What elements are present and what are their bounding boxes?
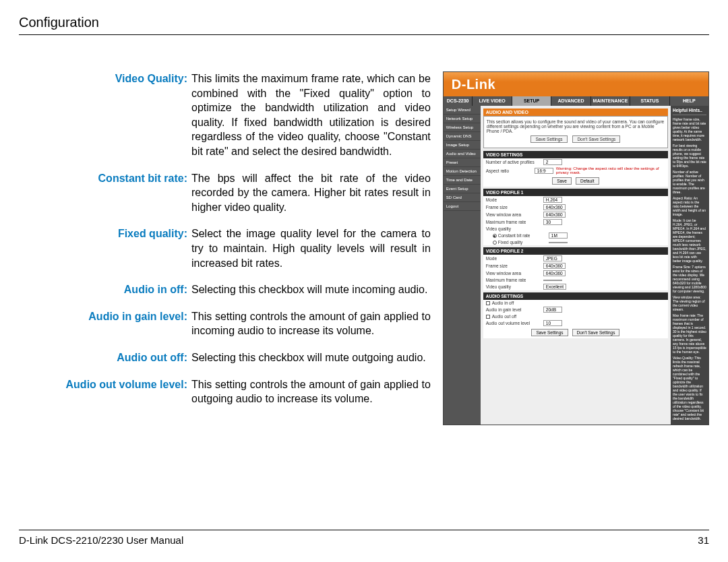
text-audio-out-off: Selecting this checkbox will mute outgoi… (191, 350, 426, 365)
text-video-quality: This limits the maximum frame rate, whic… (191, 71, 431, 159)
definition-list: Video Quality:This limits the maximum fr… (19, 71, 431, 425)
field-label: Audio out volume level (486, 321, 543, 325)
tab-advanced[interactable]: ADVANCED (551, 96, 590, 106)
radio-cbr[interactable] (493, 234, 497, 238)
tab-status[interactable]: STATUS (630, 96, 669, 106)
field-label: Audio out off (492, 314, 549, 319)
sidebar-item[interactable]: Wireless Setup (444, 123, 481, 132)
sidebar-item[interactable]: Dynamic DNS (444, 132, 481, 141)
field-label: Mode (486, 256, 543, 261)
save-button[interactable]: Save Settings (530, 135, 567, 143)
text-audio-in-off: Selecting this checkbox will mute incomi… (191, 282, 427, 297)
text-audio-out-volume: This setting controls the amount of gain… (191, 377, 431, 406)
tab-setup[interactable]: SETUP (512, 96, 551, 106)
default-button[interactable]: Default (576, 177, 599, 185)
field-label: Video quality (486, 284, 543, 289)
field-label: Frame size (486, 263, 543, 268)
section-title: AUDIO AND VIDEO (483, 108, 668, 116)
hint-text: View window area: The viewing region of … (673, 295, 706, 311)
sidebar: Setup Wizard Network Setup Wireless Setu… (444, 106, 481, 425)
checkbox-audio-out-off[interactable] (486, 315, 490, 319)
hint-text: Higher frame size, frame rate and bit ra… (673, 117, 706, 142)
select-framerate[interactable]: 30 (543, 219, 562, 225)
sidebar-item[interactable]: SD Card (444, 193, 481, 202)
field-label: Aspect ratio (486, 168, 535, 173)
save-button[interactable]: Save (552, 177, 572, 185)
field-label: Fixed quality (498, 240, 549, 245)
tab-help[interactable]: HELP (669, 96, 708, 106)
sidebar-item[interactable]: Time and Date (444, 176, 481, 185)
warning-text: Warning: Change the aspect ratio will cl… (553, 166, 665, 175)
hint-text: Number of active profiles: Number of pro… (673, 170, 706, 194)
checkbox-audio-in-off[interactable] (486, 301, 490, 305)
select-framesize[interactable]: 640x360 (543, 204, 566, 210)
model-label: DCS-2230 (444, 96, 473, 106)
sidebar-item[interactable]: Event Setup (444, 185, 481, 193)
sidebar-item[interactable]: Audio and Video (444, 150, 481, 158)
hint-text: Mode: It can be H.264, JPEG, or MPEG4. I… (673, 218, 706, 263)
text-constant-bit-rate: The bps will affect the bit rate of the … (191, 171, 431, 215)
field-label: Mode (486, 197, 543, 202)
tab-live-video[interactable]: LIVE VIDEO (472, 96, 511, 106)
hints-panel: Helpful Hints.. Higher frame size, frame… (671, 106, 708, 425)
save-button[interactable]: Save Settings (531, 329, 568, 336)
tab-bar: DCS-2230 LIVE VIDEO SETUP ADVANCED MAINT… (444, 96, 708, 106)
field-label: Audio in gain level (486, 307, 543, 312)
page-title: Configuration (19, 15, 709, 30)
label-audio-in-off: Audio in off: (19, 282, 191, 297)
select-framerate2[interactable] (543, 280, 562, 281)
tab-maintenance[interactable]: MAINTENANCE (590, 96, 630, 106)
label-fixed-quality: Fixed quality: (19, 226, 191, 270)
select-quality2[interactable]: Excellent (543, 284, 566, 290)
field-label: View window area (486, 212, 543, 217)
label-video-quality: Video Quality: (19, 71, 191, 159)
select-window[interactable]: 640x360 (543, 212, 566, 218)
sidebar-item[interactable]: Logout (444, 202, 481, 211)
field-label: Audio in off (492, 301, 549, 305)
audio-head: AUDIO SETTINGS (483, 292, 668, 300)
select-volume[interactable]: 10 (543, 320, 562, 326)
select-mode2[interactable]: JPEG (543, 255, 562, 261)
text-audio-in-gain: This setting controls the amount of gain… (191, 309, 431, 338)
section-desc: This section allows you to configure the… (483, 116, 668, 148)
divider (19, 34, 709, 35)
footer: D-Link DCS-2210/2230 User Manual 31 (19, 530, 709, 546)
select-mode[interactable]: H.264 (543, 197, 562, 203)
label-audio-out-volume: Audio out volume level: (19, 377, 191, 406)
label-audio-in-gain: Audio in gain level: (19, 309, 191, 338)
dont-save-button[interactable]: Don't Save Settings (572, 329, 620, 336)
field-label: View window area (486, 271, 543, 276)
text-fixed-quality: Select the image quality level for the c… (191, 226, 431, 270)
label-audio-out-off: Audio out off: (19, 350, 191, 365)
select-gain[interactable]: 20dB (543, 307, 562, 313)
field-label: Maximum frame rate (486, 278, 543, 282)
sidebar-item[interactable]: Setup Wizard (444, 106, 481, 115)
profile2-head: VIDEO PROFILE 2 (483, 247, 668, 255)
sidebar-item[interactable]: Preset (444, 158, 481, 167)
sidebar-item[interactable]: Image Setup (444, 141, 481, 150)
sidebar-item[interactable]: Network Setup (444, 115, 481, 123)
hint-text: Max frame rate: The maximum number of fr… (673, 313, 706, 354)
main-panel: AUDIO AND VIDEO This section allows you … (481, 106, 671, 425)
field-label: Frame size (486, 205, 543, 210)
footer-left: D-Link DCS-2210/2230 User Manual (19, 534, 183, 546)
select-fixed[interactable] (549, 242, 568, 243)
radio-fixed[interactable] (493, 241, 497, 245)
field-label: Video quality (486, 226, 543, 231)
select-framesize2[interactable]: 640x360 (543, 263, 566, 269)
dont-save-button[interactable]: Don't Save Settings (572, 135, 620, 143)
field-label: Constant bit rate (498, 233, 549, 238)
hint-text: For best viewing results on a mobile pho… (673, 144, 706, 168)
sidebar-item[interactable]: Motion Detection (444, 167, 481, 176)
hint-text: Frame Size: 7 options exist for the size… (673, 265, 706, 293)
select-window2[interactable]: 640x360 (543, 270, 566, 276)
label-constant-bit-rate: Constant bit rate: (19, 171, 191, 215)
select-profiles[interactable]: 2 (543, 159, 562, 165)
field-label: Number of active profiles (486, 160, 543, 164)
section-desc-text: This section allows you to configure the… (487, 119, 665, 133)
select-aspect[interactable]: 16:9 (535, 168, 553, 174)
select-bitrate[interactable]: 1M (549, 232, 568, 239)
hint-text: Video Quality: This limits the maximal r… (673, 356, 706, 420)
field-label: Maximum frame rate (486, 220, 543, 224)
profile1-head: VIDEO PROFILE 1 (483, 189, 668, 196)
